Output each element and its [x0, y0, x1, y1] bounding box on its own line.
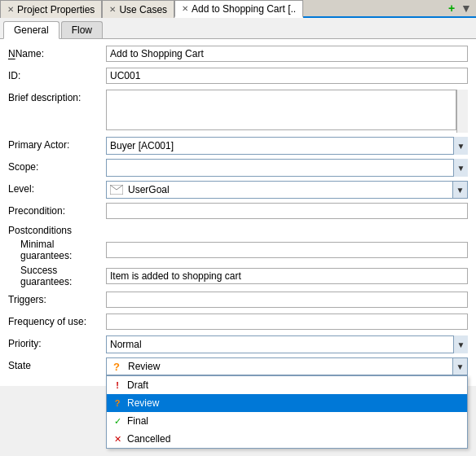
- tab-bar: ✕ Project Properties ✕ Use Cases ✕ Add t…: [0, 0, 476, 18]
- scope-select-wrapper: ▼: [106, 159, 468, 177]
- level-text: UserGoal: [125, 183, 452, 196]
- primary-actor-label: Primary Actor:: [8, 137, 106, 151]
- postconditions-section: Postconditions Minimal guarantees: Succe…: [8, 225, 468, 287]
- inner-tab-bar: General Flow: [0, 18, 476, 39]
- tab-flow-label: Flow: [72, 24, 92, 36]
- tab-general-label: General: [14, 24, 49, 36]
- success-guarantees-value: [106, 268, 468, 284]
- primary-actor-row: Primary Actor: Buyer [AC001] ▼: [8, 137, 468, 155]
- frequency-value: [106, 314, 468, 330]
- level-arrow: ▼: [452, 182, 467, 198]
- frequency-input[interactable]: [106, 314, 468, 330]
- tab-close-icon[interactable]: ✕: [7, 5, 14, 14]
- frequency-row: Frequency of use:: [8, 314, 468, 331]
- id-value: [106, 68, 468, 84]
- tab-project-properties-label: Project Properties: [17, 4, 95, 15]
- brief-desc-scrollbar[interactable]: [456, 90, 468, 133]
- state-label: State: [8, 357, 106, 371]
- primary-actor-select-wrapper: Buyer [AC001] ▼: [106, 137, 468, 155]
- state-icon: ?: [108, 358, 125, 375]
- priority-row: Priority: Normal High Low ▼: [8, 335, 468, 353]
- scope-select[interactable]: [106, 159, 468, 177]
- precondition-input[interactable]: [106, 203, 468, 219]
- primary-actor-value: Buyer [AC001] ▼: [106, 137, 468, 155]
- tab-close-icon-2[interactable]: ✕: [109, 5, 116, 14]
- state-option-draft[interactable]: ! Draft: [107, 376, 467, 394]
- minimal-guarantees-input[interactable]: [106, 242, 468, 258]
- tab-use-cases-label: Use Cases: [119, 4, 167, 15]
- tab-close-icon-3[interactable]: ✕: [182, 4, 188, 13]
- id-row: ID:: [8, 68, 468, 86]
- state-select-wrapper[interactable]: ? Review ▼: [106, 357, 468, 375]
- state-arrow: ▼: [452, 358, 467, 375]
- review-label: Review: [127, 397, 159, 409]
- scope-row: Scope: ▼: [8, 159, 468, 177]
- form-area: NName: ID: Brief description: Primary Ac…: [0, 39, 476, 386]
- state-value: ? Review ▼ ! Draft ? Review ✓ Final: [106, 357, 468, 375]
- state-dropdown: ! Draft ? Review ✓ Final ✕ Cancelled: [106, 375, 468, 449]
- name-label: NName:: [8, 46, 106, 59]
- success-guarantees-row: Success guarantees:: [8, 265, 468, 287]
- add-tab-button[interactable]: +: [445, 2, 458, 15]
- tab-menu-button[interactable]: ▼: [460, 2, 473, 15]
- state-option-cancelled[interactable]: ✕ Cancelled: [107, 430, 467, 448]
- final-label: Final: [127, 415, 148, 427]
- tab-add-to-cart-label: Add to Shopping Cart [..: [192, 3, 296, 15]
- triggers-input[interactable]: [106, 292, 468, 308]
- minimal-guarantees-row: Minimal guarantees:: [8, 239, 468, 261]
- tab-flow[interactable]: Flow: [61, 21, 103, 38]
- frequency-label: Frequency of use:: [8, 314, 106, 327]
- priority-select-wrapper: Normal High Low ▼: [106, 335, 468, 353]
- state-option-review[interactable]: ? Review: [107, 394, 467, 412]
- draft-icon: !: [112, 379, 123, 391]
- brief-desc-input[interactable]: [106, 90, 456, 130]
- cancelled-label: Cancelled: [127, 433, 170, 445]
- name-input[interactable]: [106, 46, 468, 62]
- priority-value: Normal High Low ▼: [106, 335, 468, 353]
- minimal-guarantees-value: [106, 242, 468, 258]
- tab-add-to-cart[interactable]: ✕ Add to Shopping Cart [..: [174, 0, 303, 18]
- priority-select[interactable]: Normal High Low: [106, 335, 468, 353]
- precondition-value: [106, 203, 468, 219]
- name-row: NName:: [8, 46, 468, 64]
- id-input[interactable]: [106, 68, 468, 84]
- triggers-value: [106, 292, 468, 308]
- name-value: [106, 46, 468, 62]
- brief-desc-row: Brief description:: [8, 90, 468, 133]
- review-icon: ?: [112, 397, 123, 409]
- tab-general[interactable]: General: [3, 21, 60, 39]
- level-icon: [108, 182, 125, 198]
- tab-actions: + ▼: [442, 0, 476, 16]
- draft-label: Draft: [127, 379, 148, 391]
- state-row: State ? Review ▼ ! Draft ? Review ✓: [8, 357, 468, 375]
- primary-actor-select[interactable]: Buyer [AC001]: [106, 137, 468, 155]
- level-row: Level: UserGoal ▼: [8, 181, 468, 199]
- scope-value: ▼: [106, 159, 468, 177]
- scope-label: Scope:: [8, 159, 106, 173]
- level-select-wrapper[interactable]: UserGoal ▼: [106, 181, 468, 199]
- final-icon: ✓: [112, 415, 123, 427]
- precondition-label: Precondition:: [8, 203, 106, 217]
- triggers-label: Triggers:: [8, 292, 106, 305]
- tab-project-properties[interactable]: ✕ Project Properties: [0, 0, 102, 18]
- minimal-guarantees-label: Minimal guarantees:: [20, 239, 106, 261]
- id-label: ID:: [8, 68, 106, 81]
- success-guarantees-input[interactable]: [106, 268, 468, 284]
- level-value: UserGoal ▼: [106, 181, 468, 199]
- success-guarantees-label: Success guarantees:: [20, 265, 106, 287]
- precondition-row: Precondition:: [8, 203, 468, 221]
- state-text: Review: [125, 360, 452, 373]
- triggers-row: Triggers:: [8, 292, 468, 309]
- priority-label: Priority:: [8, 335, 106, 349]
- cancelled-icon: ✕: [112, 433, 123, 445]
- level-label: Level:: [8, 181, 106, 195]
- brief-desc-value: [106, 90, 468, 133]
- tab-use-cases[interactable]: ✕ Use Cases: [102, 0, 174, 18]
- state-option-final[interactable]: ✓ Final: [107, 412, 467, 430]
- brief-desc-label: Brief description:: [8, 90, 106, 103]
- postconditions-label: Postconditions: [8, 225, 468, 236]
